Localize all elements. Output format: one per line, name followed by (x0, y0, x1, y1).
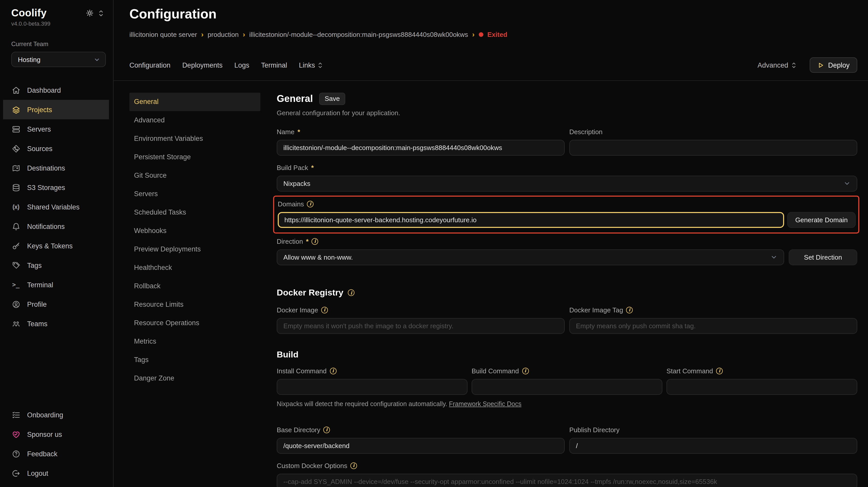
sidebar-item-onboarding[interactable]: Onboarding (3, 405, 109, 425)
docker-image-input[interactable] (277, 318, 565, 334)
tab-logs[interactable]: Logs (234, 61, 249, 69)
breadcrumb-environment[interactable]: production (208, 31, 239, 38)
sidebar-nav: Dashboard Projects Servers Sources (3, 80, 109, 333)
info-icon[interactable]: i (350, 462, 357, 469)
subnav-item-rollback[interactable]: Rollback (129, 277, 260, 295)
tab-deployments[interactable]: Deployments (182, 61, 223, 69)
info-icon[interactable]: i (626, 307, 633, 313)
publish-directory-label: Publish Directory (569, 426, 620, 434)
breadcrumb-project[interactable]: illicitonion quote server (129, 31, 197, 38)
play-icon (817, 62, 824, 68)
chevron-down-icon (94, 56, 100, 63)
sidebar-item-s3-storages[interactable]: S3 Storages (3, 178, 109, 197)
required-mark: * (298, 128, 300, 136)
breadcrumb: illicitonion quote server › production ›… (129, 31, 857, 38)
breadcrumb-application[interactable]: illicitestonion/-module--decomposition:m… (249, 31, 468, 38)
git-source-icon (11, 144, 21, 153)
deploy-button[interactable]: Deploy (810, 57, 857, 73)
users-icon (11, 319, 21, 328)
info-icon[interactable]: i (348, 290, 355, 296)
tab-terminal[interactable]: Terminal (261, 61, 287, 69)
tab-links[interactable]: Links (299, 61, 323, 69)
sun-icon[interactable] (86, 9, 94, 17)
sidebar-item-projects[interactable]: Projects (3, 100, 109, 119)
brand-logo[interactable]: Coolify (11, 7, 51, 19)
generate-domain-button[interactable]: Generate Domain (787, 212, 856, 228)
sidebar-item-tags[interactable]: Tags (3, 256, 109, 275)
advanced-dropdown[interactable]: Advanced (757, 61, 796, 69)
subnav-item-scheduled-tasks[interactable]: Scheduled Tasks (129, 203, 260, 222)
app-version: v4.0.0-beta.399 (11, 21, 51, 27)
key-icon (11, 241, 21, 250)
sidebar-item-sponsor-us[interactable]: Sponsor us (3, 425, 109, 444)
name-input[interactable] (277, 140, 565, 156)
main-content: Configuration illicitonion quote server … (114, 0, 868, 487)
description-label: Description (569, 128, 602, 136)
sidebar-item-terminal[interactable]: >_ Terminal (3, 275, 109, 294)
info-icon[interactable]: i (323, 427, 330, 433)
docker-image-tag-input[interactable] (569, 318, 857, 334)
sidebar-item-shared-variables[interactable]: (x) Shared Variables (3, 197, 109, 217)
nixpacks-note: Nixpacks will detect the required config… (277, 400, 857, 408)
docker-image-label: Docker Image (277, 306, 318, 314)
page-title: Configuration (129, 6, 857, 22)
terminal-icon: >_ (11, 280, 21, 289)
save-button[interactable]: Save (319, 93, 345, 105)
set-direction-button[interactable]: Set Direction (789, 249, 857, 265)
sidebar-item-destinations[interactable]: Destinations (3, 158, 109, 178)
subnav-item-environment-variables[interactable]: Environment Variables (129, 130, 260, 148)
subnav-item-danger-zone[interactable]: Danger Zone (129, 369, 260, 388)
subnav-item-persistent-storage[interactable]: Persistent Storage (129, 148, 260, 166)
direction-label: Direction (277, 238, 303, 245)
info-icon[interactable]: i (307, 201, 314, 207)
build-command-input[interactable] (472, 379, 662, 395)
start-command-label: Start Command (666, 367, 713, 375)
subnav-item-metrics[interactable]: Metrics (129, 332, 260, 351)
coolify-app: Coolify v4.0.0-beta.399 Current Team Hos… (0, 0, 868, 487)
install-command-input[interactable] (277, 379, 467, 395)
build-pack-select[interactable]: Nixpacks (277, 176, 857, 192)
info-icon[interactable]: i (716, 368, 723, 374)
description-input[interactable] (569, 140, 857, 156)
sidebar-item-notifications[interactable]: Notifications (3, 217, 109, 236)
subnav-item-tags[interactable]: Tags (129, 351, 260, 369)
subnav-item-healthcheck[interactable]: Healthcheck (129, 259, 260, 277)
section-title-general: General (277, 93, 313, 105)
custom-docker-options-input[interactable] (277, 474, 857, 487)
publish-directory-input[interactable] (569, 438, 857, 454)
tab-configuration[interactable]: Configuration (129, 61, 170, 69)
subnav-item-advanced[interactable]: Advanced (129, 111, 260, 130)
info-icon[interactable]: i (321, 307, 328, 313)
subnav-item-git-source[interactable]: Git Source (129, 166, 260, 185)
info-icon[interactable]: i (522, 368, 529, 374)
subnav-item-webhooks[interactable]: Webhooks (129, 222, 260, 240)
sidebar-item-sources[interactable]: Sources (3, 139, 109, 158)
current-team-label: Current Team (11, 40, 106, 48)
info-icon[interactable]: i (312, 238, 318, 245)
sidebar-item-servers[interactable]: Servers (3, 119, 109, 139)
build-pack-label: Build Pack (277, 164, 308, 172)
subnav-item-general[interactable]: General (129, 93, 260, 111)
subnav-item-resource-limits[interactable]: Resource Limits (129, 295, 260, 314)
subnav-item-servers[interactable]: Servers (129, 185, 260, 203)
subnav-item-resource-operations[interactable]: Resource Operations (129, 314, 260, 332)
docker-registry-heading: Docker Registry (277, 288, 343, 298)
status-dot (479, 32, 483, 37)
team-select[interactable]: Hosting (11, 52, 106, 67)
sidebar-item-teams[interactable]: Teams (3, 314, 109, 333)
section-subtitle: General configuration for your applicati… (277, 109, 857, 117)
tag-icon (11, 261, 21, 270)
framework-docs-link[interactable]: Framework Specific Docs (449, 400, 522, 408)
domains-input[interactable] (278, 212, 784, 228)
sidebar-item-feedback[interactable]: Feedback (3, 444, 109, 463)
sidebar-item-keys-tokens[interactable]: Keys & Tokens (3, 236, 109, 256)
start-command-input[interactable] (666, 379, 857, 395)
sidebar-item-logout[interactable]: Logout (3, 463, 109, 483)
direction-select[interactable]: Allow www & non-www. (277, 249, 784, 265)
subnav-item-preview-deployments[interactable]: Preview Deployments (129, 240, 260, 259)
sidebar-item-dashboard[interactable]: Dashboard (3, 80, 109, 100)
sidebar-item-profile[interactable]: Profile (3, 294, 109, 314)
base-directory-input[interactable] (277, 438, 565, 454)
chevron-up-down-icon[interactable] (98, 9, 104, 17)
info-icon[interactable]: i (330, 368, 336, 374)
